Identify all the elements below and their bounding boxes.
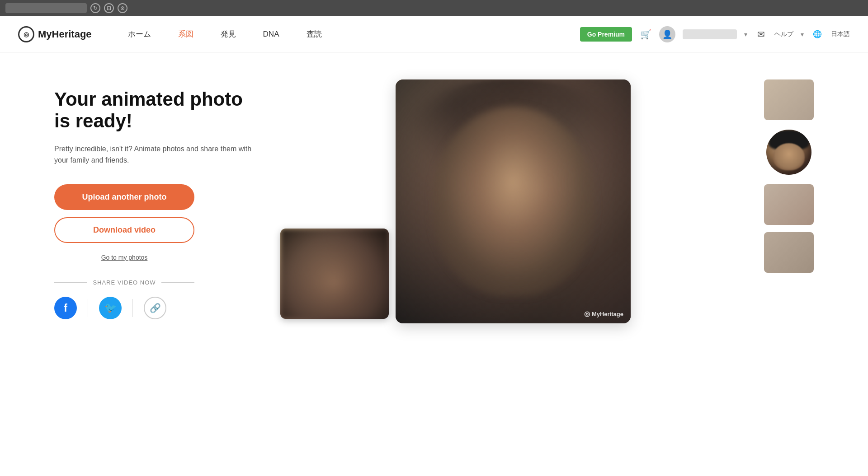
nav-research[interactable]: 査読 <box>307 29 322 39</box>
cart-icon[interactable]: 🛒 <box>639 28 652 41</box>
left-panel: Your animated photo is ready! Pretty inc… <box>54 79 262 319</box>
main-photo: ◎ MyHeritage <box>396 79 631 323</box>
help-chevron[interactable]: ▾ <box>801 31 804 38</box>
share-line-right <box>161 282 194 283</box>
nav-genealogy[interactable]: 系図 <box>178 29 193 39</box>
share-sep-1 <box>88 299 88 317</box>
sidebar-avatar[interactable] <box>766 130 811 175</box>
share-label: SHARE VIDEO NOW <box>93 279 156 286</box>
logo-icon: ◎ <box>18 26 34 42</box>
sidebar-thumb-3[interactable] <box>764 184 814 225</box>
right-sidebar <box>764 79 814 273</box>
share-sep-2 <box>132 299 133 317</box>
sidebar-avatar-wrap <box>764 127 814 177</box>
username-display[interactable] <box>683 29 737 39</box>
address-bar[interactable] <box>5 3 87 13</box>
small-overlay-photo <box>280 229 389 319</box>
share-section: SHARE VIDEO NOW f 🐦 🔗 <box>54 279 194 319</box>
sidebar-avatar-face <box>773 143 805 170</box>
twitter-share-button[interactable]: 🐦 <box>99 297 122 319</box>
share-icons: f 🐦 🔗 <box>54 297 194 319</box>
main-title: Your animated photo is ready! <box>54 89 262 132</box>
nav-discover[interactable]: 発見 <box>221 29 236 39</box>
go-premium-button[interactable]: Go Premium <box>580 27 632 42</box>
photo-face-blur <box>432 107 594 296</box>
sidebar-thumb-1[interactable] <box>764 79 814 120</box>
logo-text: MyHeritage <box>38 28 92 40</box>
user-avatar[interactable]: 👤 <box>659 26 675 42</box>
share-divider: SHARE VIDEO NOW <box>54 279 194 286</box>
bookmark-icon[interactable]: ⊡ <box>104 3 114 13</box>
nav-dna[interactable]: DNA <box>263 30 279 39</box>
sidebar-thumb-4[interactable] <box>764 232 814 273</box>
watermark-icon: ◎ <box>584 310 590 318</box>
globe-icon: 🌐 <box>813 30 822 38</box>
browser-bar: ↻ ⊡ ⊗ <box>0 0 868 16</box>
subtitle: Pretty incredible, isn't it? Animate pho… <box>54 143 262 166</box>
refresh-icon[interactable]: ↻ <box>90 3 100 13</box>
extension-icon[interactable]: ⊗ <box>118 3 127 13</box>
main-content: Your animated photo is ready! Pretty inc… <box>0 52 868 350</box>
facebook-share-button[interactable]: f <box>54 297 77 319</box>
copy-link-button[interactable]: 🔗 <box>144 297 166 319</box>
nav-home[interactable]: ホーム <box>128 29 151 39</box>
small-photo-blur <box>280 229 389 319</box>
nav-bar: ◎ MyHeritage ホーム 系図 発見 DNA 査読 Go Premium… <box>0 16 868 52</box>
share-line-left <box>54 282 87 283</box>
dropdown-chevron[interactable]: ▾ <box>744 31 747 38</box>
go-to-photos-link[interactable]: Go to my photos <box>54 254 194 261</box>
watermark-text: MyHeritage <box>592 311 623 317</box>
animated-photo-area: ◎ MyHeritage <box>289 79 737 332</box>
mail-icon[interactable]: ✉ <box>755 28 767 41</box>
upload-another-photo-button[interactable]: Upload another photo <box>54 184 194 210</box>
language-selector[interactable]: 日本語 <box>831 30 850 38</box>
help-link[interactable]: ヘルプ <box>774 30 793 38</box>
logo-area[interactable]: ◎ MyHeritage <box>18 26 92 42</box>
nav-right: Go Premium 🛒 👤 ▾ ✉ ヘルプ ▾ 🌐 日本語 <box>580 26 850 42</box>
nav-links: ホーム 系図 発見 DNA 査読 <box>128 29 580 39</box>
download-video-button[interactable]: Download video <box>54 217 194 243</box>
photo-watermark: ◎ MyHeritage <box>584 310 623 318</box>
